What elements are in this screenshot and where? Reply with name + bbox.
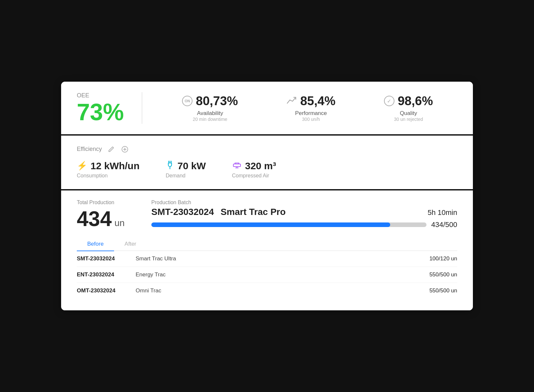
production-left: Total Production 434 un bbox=[77, 200, 136, 231]
production-top: Total Production 434 un Production Batch… bbox=[77, 200, 457, 231]
add-icon[interactable] bbox=[120, 145, 129, 154]
quality-sub: 30 un rejected bbox=[394, 117, 423, 122]
progress-bar-fill bbox=[151, 222, 390, 227]
progress-row: 434/500 bbox=[151, 220, 457, 229]
quality-header: ✓ 98,6% bbox=[384, 94, 433, 108]
compressed-air-value: 320 m³ bbox=[245, 160, 276, 172]
batch-label: Production Batch bbox=[151, 200, 457, 205]
progress-bar-background bbox=[151, 222, 426, 227]
efficiency-label: Efficiency bbox=[77, 146, 102, 153]
availability-header: ON 80,73% bbox=[182, 94, 238, 108]
quality-name: Quality bbox=[400, 110, 417, 117]
performance-icon bbox=[287, 95, 297, 107]
quality-icon: ✓ bbox=[384, 96, 394, 106]
consumption-value: 12 kWh/un bbox=[91, 160, 140, 172]
dashboard-card: OEE 73% ON 80,73% Availability 20 min do… bbox=[61, 82, 473, 311]
compressed-air-metric: 320 m³ Compressed Air bbox=[232, 160, 276, 179]
performance-header: 85,4% bbox=[287, 94, 336, 108]
performance-metric: 85,4% Performance 300 un/h bbox=[287, 94, 336, 122]
oee-section: OEE 73% ON 80,73% Availability 20 min do… bbox=[61, 82, 473, 136]
compressed-air-icon bbox=[232, 161, 242, 171]
batch-header: SMT-23032024 Smart Trac Pro 5h 10min bbox=[151, 207, 457, 217]
oee-label: OEE bbox=[77, 92, 126, 99]
demand-metric: 70 kW Demand bbox=[166, 160, 206, 179]
batch-row-product-1: Smart Trac Ultra bbox=[136, 255, 429, 262]
efficiency-section: Efficiency ⚡ 12 kWh/un bbox=[61, 136, 473, 190]
oee-main: OEE 73% bbox=[77, 92, 142, 124]
demand-value: 70 kW bbox=[177, 160, 206, 172]
tab-before[interactable]: Before bbox=[77, 237, 114, 251]
batch-row-id-1: SMT-23032024 bbox=[77, 255, 136, 262]
batch-tabs: Before After bbox=[77, 237, 457, 251]
batch-row-product-2: Energy Trac bbox=[136, 271, 429, 278]
availability-metric: ON 80,73% Availability 20 min downtime bbox=[182, 94, 238, 122]
production-section: Total Production 434 un Production Batch… bbox=[61, 190, 473, 311]
availability-icon: ON bbox=[182, 96, 192, 106]
oee-metrics: ON 80,73% Availability 20 min downtime 8… bbox=[142, 94, 457, 122]
total-production-label: Total Production bbox=[77, 200, 136, 205]
batch-time: 5h 10min bbox=[427, 208, 457, 217]
compressed-air-name: Compressed Air bbox=[232, 173, 276, 179]
svg-rect-6 bbox=[233, 164, 241, 167]
quality-value: 98,6% bbox=[398, 94, 433, 108]
batch-row-qty-2: 550/500 un bbox=[429, 271, 457, 278]
lightning-icon: ⚡ bbox=[77, 161, 87, 171]
batch-name-row: SMT-23032024 Smart Trac Pro bbox=[151, 207, 286, 217]
performance-sub: 300 un/h bbox=[302, 117, 320, 122]
production-right: Production Batch SMT-23032024 Smart Trac… bbox=[151, 200, 457, 231]
batch-row: SMT-23032024 Smart Trac Ultra 100/120 un bbox=[77, 251, 457, 267]
availability-sub: 20 min downtime bbox=[193, 117, 227, 122]
consumption-name: Consumption bbox=[77, 173, 140, 179]
oee-value: 73% bbox=[77, 100, 126, 124]
batch-row-qty-3: 550/500 un bbox=[429, 287, 457, 294]
efficiency-metrics: ⚡ 12 kWh/un Consumption bbox=[77, 160, 457, 179]
batch-row: OMT-23032024 Omni Trac 550/500 un bbox=[77, 283, 457, 299]
demand-name: Demand bbox=[166, 173, 206, 179]
plug-icon bbox=[166, 160, 174, 172]
compressed-air-top: 320 m³ bbox=[232, 160, 276, 172]
batch-row-id-3: OMT-23032024 bbox=[77, 287, 136, 294]
progress-count: 434/500 bbox=[431, 220, 457, 229]
consumption-top: ⚡ 12 kWh/un bbox=[77, 160, 140, 172]
efficiency-header: Efficiency bbox=[77, 145, 457, 154]
consumption-metric: ⚡ 12 kWh/un Consumption bbox=[77, 160, 140, 179]
demand-top: 70 kW bbox=[166, 160, 206, 172]
tab-after[interactable]: After bbox=[114, 237, 147, 251]
batch-row-product-3: Omni Trac bbox=[136, 287, 429, 294]
batch-product: Smart Trac Pro bbox=[221, 207, 286, 217]
batch-id: SMT-23032024 bbox=[151, 207, 214, 217]
total-production-value: 434 un bbox=[77, 207, 136, 231]
availability-name: Availability bbox=[197, 110, 223, 117]
total-value: 434 bbox=[77, 207, 112, 231]
total-unit: un bbox=[114, 218, 125, 228]
edit-icon[interactable] bbox=[107, 145, 116, 154]
quality-metric: ✓ 98,6% Quality 30 un rejected bbox=[384, 94, 433, 122]
performance-name: Performance bbox=[295, 110, 327, 117]
performance-value: 85,4% bbox=[300, 94, 336, 108]
availability-value: 80,73% bbox=[196, 94, 238, 108]
batch-row-qty-1: 100/120 un bbox=[429, 255, 457, 262]
batch-row-id-2: ENT-23032024 bbox=[77, 271, 136, 278]
batch-list: SMT-23032024 Smart Trac Ultra 100/120 un… bbox=[77, 251, 457, 299]
batch-row: ENT-23032024 Energy Trac 550/500 un bbox=[77, 267, 457, 283]
